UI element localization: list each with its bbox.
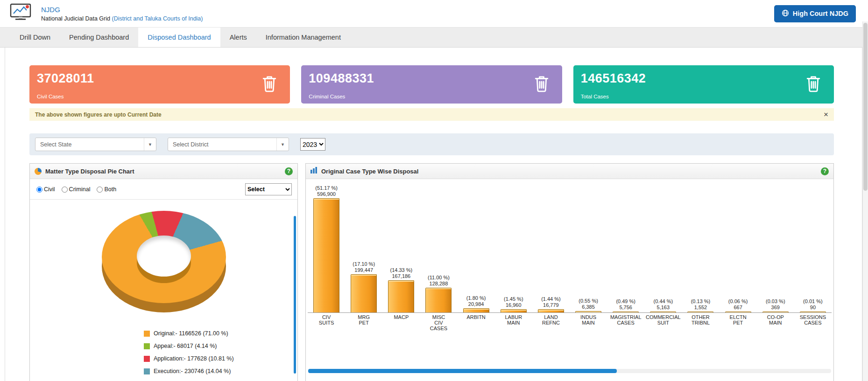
page-scrollbar-track[interactable]: [862, 21, 868, 381]
bar-percent-label: (0.03 %): [766, 298, 785, 305]
bar-value-label: 16,960: [504, 302, 523, 308]
close-icon[interactable]: ×: [824, 111, 828, 118]
bar[interactable]: [313, 198, 339, 312]
help-icon[interactable]: ?: [821, 167, 829, 175]
bar-percent-label: (0.55 %): [579, 298, 598, 304]
bar-percent-label: (11.00 %): [428, 275, 450, 281]
bar[interactable]: [501, 309, 527, 312]
bar[interactable]: [425, 288, 452, 312]
bar[interactable]: [725, 312, 751, 312]
help-icon[interactable]: ?: [285, 167, 293, 175]
bar-percent-label: (0.01 %): [803, 298, 823, 305]
radio-criminal-label: Criminal: [69, 186, 91, 193]
select-district-placeholder: Select District: [173, 141, 208, 148]
bar-chart-icon: [311, 167, 318, 175]
bar[interactable]: [650, 312, 676, 312]
bar-group: (51.17 %)596,900 CIV SUITS: [308, 182, 345, 312]
bar-value-label: 6,385: [579, 304, 598, 310]
bar-category-label: MRG PET: [342, 314, 385, 326]
radio-criminal[interactable]: Criminal: [62, 186, 91, 193]
legend-label: Application:- 177628 (10.81 %): [154, 355, 234, 362]
bar-group: (14.33 %)167,186 MACP: [382, 182, 420, 312]
civil-cases-value: 37028011: [37, 71, 290, 86]
bar-category-label: COMMERCIAL SUIT: [642, 314, 685, 326]
criminal-cases-value: 109488331: [309, 71, 562, 86]
app-subtitle: National Judicial Data Grid (District an…: [41, 15, 203, 22]
tab-information-management[interactable]: Information Management: [256, 28, 350, 47]
bar[interactable]: [575, 311, 601, 312]
bar-percent-label: (1.80 %): [466, 295, 486, 301]
bar-group: (0.03 %)369 CO-OP MAIN: [757, 182, 794, 312]
select-state-dropdown[interactable]: Select State ▼: [35, 138, 156, 151]
legend-item-application: Application:- 177628 (10.81 %): [144, 355, 297, 362]
legend-label: Appeal:- 68017 (4.14 %): [154, 343, 217, 349]
radio-criminal-input[interactable]: [62, 187, 68, 193]
bar-category-label: MAGISTRIAL CASES: [604, 314, 647, 326]
bar[interactable]: [762, 312, 789, 312]
bar-category-label: INDUS MAIN: [567, 314, 610, 326]
bar-group: (0.55 %)6,385 INDUS MAIN: [570, 182, 607, 312]
radio-civil-input[interactable]: [36, 187, 42, 193]
njdg-logo-icon: [9, 3, 32, 24]
bar-panel-hscroll-track[interactable]: [308, 369, 831, 373]
civil-cases-card[interactable]: 37028011 Civil Cases: [29, 65, 290, 104]
donut-hole: [137, 236, 191, 277]
radio-civil-label: Civil: [44, 186, 55, 193]
bar[interactable]: [538, 309, 564, 312]
pie-legend: Original:- 1166526 (71.00 %) Appeal:- 68…: [144, 330, 297, 374]
pie-panel-scrollbar[interactable]: [294, 216, 296, 374]
bar-panel-hscroll-thumb[interactable]: [308, 369, 617, 373]
chevron-down-icon: ▼: [144, 138, 156, 151]
bar-category-label: ELCTN PET: [717, 314, 760, 326]
bar[interactable]: [687, 312, 713, 312]
bar-category-label: SESSIONS CASES: [791, 314, 834, 326]
pie-panel-title: Matter Type Disposal Pie Chart: [45, 168, 134, 175]
bar-value-label: 1,552: [691, 305, 711, 311]
bar-percent-label: (17.10 %): [353, 261, 375, 267]
page-scrollbar-thumb[interactable]: [863, 23, 868, 191]
bar-group: (11.00 %)128,288 MISC CIV CASES: [420, 182, 457, 312]
select-district-dropdown[interactable]: Select District ▼: [168, 138, 289, 151]
bar[interactable]: [351, 274, 377, 312]
total-cases-card[interactable]: 146516342 Total Cases: [573, 65, 834, 104]
criminal-cases-card[interactable]: 109488331 Criminal Cases: [301, 65, 562, 104]
bar[interactable]: [388, 280, 414, 312]
pie-select-dropdown[interactable]: Select: [245, 183, 292, 195]
bar[interactable]: [463, 308, 489, 312]
total-cases-label: Total Cases: [581, 94, 609, 99]
legend-item-appeal: Appeal:- 68017 (4.14 %): [144, 343, 297, 349]
filter-bar: Select State ▼ Select District ▼ 2023: [29, 133, 834, 155]
high-court-njdg-button[interactable]: High Court NJDG: [774, 5, 856, 22]
trash-icon: [261, 74, 278, 95]
matter-type-donut-chart[interactable]: [99, 211, 229, 318]
tab-pending-dashboard[interactable]: Pending Dashboard: [60, 28, 138, 47]
tab-alerts[interactable]: Alerts: [220, 28, 256, 47]
radio-civil[interactable]: Civil: [36, 186, 55, 193]
bar-value-label: 20,984: [466, 301, 486, 307]
bar-value-label: 167,186: [390, 273, 413, 279]
bar-group: (0.44 %)5,163 COMMERCIAL SUIT: [644, 182, 682, 312]
bar-value-label: 90: [803, 305, 823, 311]
pie-panel-header: Matter Type Disposal Pie Chart ?: [30, 164, 297, 179]
case-type-bar-chart: (51.17 %)596,900 CIV SUITS (17.10 %)199,…: [308, 182, 832, 313]
bar-percent-label: (0.06 %): [728, 298, 748, 305]
bar-group: (1.80 %)20,984 ARBITN: [458, 182, 495, 312]
bar-panel-header: Original Case Type Wise Disposal ?: [306, 164, 833, 179]
bar[interactable]: [613, 312, 639, 312]
app-subtitle-link[interactable]: (District and Taluka Courts of India): [112, 15, 203, 22]
bar-category-label: LAND REFNC: [529, 314, 572, 326]
bar-category-label: ARBITN: [455, 314, 498, 320]
bar-percent-label: (14.33 %): [390, 267, 413, 273]
bar[interactable]: [800, 312, 826, 312]
bar-value-label: 16,779: [541, 302, 561, 308]
bar-group: (0.49 %)5,756 MAGISTRIAL CASES: [607, 182, 644, 312]
radio-both[interactable]: Both: [97, 186, 116, 193]
bar-category-label: LABUR MAIN: [492, 314, 535, 326]
tab-disposed-dashboard[interactable]: Disposed Dashboard: [138, 28, 220, 47]
radio-both-input[interactable]: [97, 187, 103, 193]
year-select[interactable]: 2023: [300, 138, 325, 151]
legend-label: Execution:- 230746 (14.04 %): [154, 368, 231, 374]
title-block: NJDG National Judicial Data Grid (Distri…: [41, 6, 203, 22]
globe-icon: [782, 9, 789, 18]
tab-drill-down[interactable]: Drill Down: [10, 28, 60, 47]
